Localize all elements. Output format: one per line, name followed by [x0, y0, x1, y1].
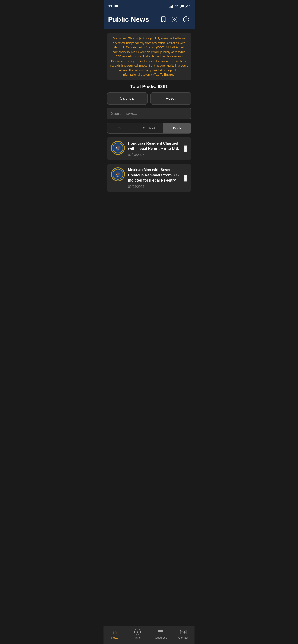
svg-line-6 — [176, 21, 176, 21]
svg-point-0 — [173, 18, 176, 21]
bookmark-icon — [161, 16, 166, 23]
news-card-date-2: 02/04/2025 — [128, 185, 180, 188]
action-buttons: Calendar Reset — [107, 92, 191, 104]
more-dots-icon-1 — [185, 147, 186, 151]
disclaimer-text: Disclaimer: This project is a publicly m… — [111, 36, 188, 77]
info-circle-icon: i — [183, 16, 189, 22]
bookmark-button[interactable] — [160, 15, 167, 24]
more-dots-icon-2 — [185, 176, 186, 180]
news-card-2[interactable]: 🦅 Mexican Man with Seven Previous Remova… — [107, 164, 191, 192]
calendar-button[interactable]: Calendar — [107, 92, 148, 104]
total-posts: Total Posts: 6281 — [107, 84, 191, 89]
news-card-title-1: Honduras Resident Charged with Illegal R… — [128, 141, 180, 152]
page-title: Public News — [108, 16, 149, 24]
search-input[interactable] — [111, 111, 187, 116]
brightness-button[interactable] — [171, 16, 178, 24]
filter-title-tab[interactable]: Title — [107, 123, 135, 133]
main-content: Disclaimer: This project is a publicly m… — [104, 29, 195, 218]
news-card-content-1: Honduras Resident Charged with Illegal R… — [128, 141, 180, 157]
filter-content-tab[interactable]: Content — [135, 123, 163, 133]
filter-tabs: Title Content Both — [107, 123, 191, 134]
search-container[interactable] — [107, 108, 191, 120]
status-bar: 11:00 67 — [104, 0, 195, 12]
news-card-title-2: Mexican Man with Seven Previous Removals… — [128, 168, 180, 183]
svg-line-5 — [172, 18, 173, 18]
doj-seal-logo-1: 🦅 — [111, 141, 125, 155]
news-card-1[interactable]: 🦅 Honduras Resident Charged with Illegal… — [107, 137, 191, 161]
status-icons: 67 — [169, 5, 190, 8]
news-card-more-button-2[interactable] — [184, 174, 187, 182]
sun-icon — [171, 16, 178, 22]
signal-icon — [169, 5, 173, 8]
reset-button[interactable]: Reset — [150, 92, 191, 104]
filter-both-tab[interactable]: Both — [163, 123, 191, 133]
battery-indicator: 67 — [180, 5, 190, 8]
svg-line-8 — [172, 21, 173, 21]
news-card-date-1: 02/04/2025 — [128, 153, 180, 157]
disclaimer-card[interactable]: Disclaimer: This project is a publicly m… — [107, 33, 191, 80]
wifi-icon — [175, 5, 179, 8]
doj-seal-logo-2: 🦅 — [111, 168, 125, 181]
header-actions: i — [160, 15, 190, 24]
status-time: 11:00 — [108, 4, 118, 8]
info-button[interactable]: i — [182, 16, 190, 24]
news-card-more-button-1[interactable] — [184, 145, 187, 152]
header: Public News i — [104, 12, 195, 29]
news-card-content-2: Mexican Man with Seven Previous Removals… — [128, 168, 180, 188]
svg-line-7 — [176, 18, 176, 18]
